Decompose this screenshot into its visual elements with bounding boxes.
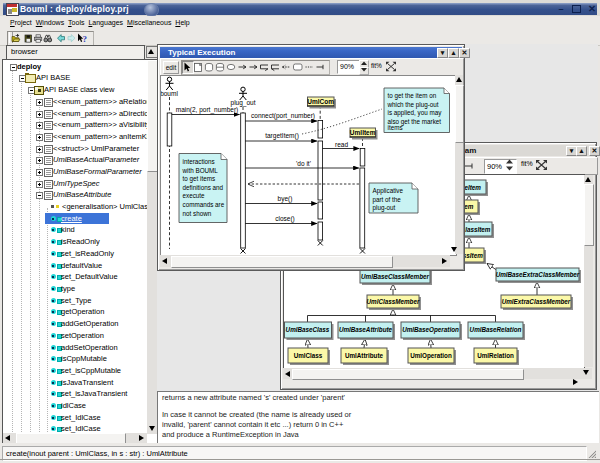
svg-text:UmlBaseAttribute: UmlBaseAttribute — [339, 326, 393, 333]
svg-text:to get items: to get items — [183, 175, 216, 183]
svg-text:main(2, port_number): main(2, port_number) — [176, 106, 239, 114]
svg-text:to get the item on: to get the item on — [388, 92, 437, 100]
svg-text:UmlBaseRelation: UmlBaseRelation — [470, 326, 522, 333]
svg-text:which the plug-out: which the plug-out — [387, 101, 439, 109]
svg-text:close(): close() — [275, 215, 295, 223]
svg-text:UmlExtraClassMember: UmlExtraClassMember — [502, 298, 571, 305]
svg-text:with BOUML: with BOUML — [182, 167, 219, 174]
svg-text:items: items — [388, 124, 403, 131]
svg-text:part of the: part of the — [373, 196, 402, 204]
svg-text:plug-out: plug-out — [373, 204, 396, 212]
svg-text:bye(): bye() — [278, 195, 293, 203]
svg-text:UmlClassMember: UmlClassMember — [367, 298, 420, 305]
svg-text:definitions and: definitions and — [183, 184, 224, 191]
svg-text:UmlCom: UmlCom — [307, 98, 334, 105]
svg-text:UmlClass: UmlClass — [294, 352, 323, 359]
svg-text:read: read — [335, 141, 348, 148]
svg-text:targetItem(): targetItem() — [265, 132, 299, 140]
svg-text:interactions: interactions — [183, 158, 215, 165]
svg-text:UmlRelation: UmlRelation — [477, 352, 514, 359]
svg-text:not shown: not shown — [183, 210, 212, 217]
svg-text:UmlAttribute: UmlAttribute — [345, 352, 384, 359]
svg-text:is applied, you may: is applied, you may — [388, 109, 443, 117]
svg-text:UmlBaseClass: UmlBaseClass — [286, 326, 330, 333]
svg-text:UmlBaseExtraClassMember: UmlBaseExtraClassMember — [496, 271, 580, 278]
svg-text:UmlBaseOperation: UmlBaseOperation — [402, 326, 459, 334]
svg-text:Applicative: Applicative — [373, 187, 404, 195]
svg-text:?: ? — [83, 34, 88, 44]
svg-text:connect(port_number): connect(port_number) — [251, 112, 315, 120]
svg-text:commands are: commands are — [183, 201, 225, 208]
svg-text:bouml: bouml — [161, 90, 178, 97]
svg-text:UmlOperation: UmlOperation — [410, 352, 452, 360]
svg-text:execute: execute — [183, 192, 206, 199]
svg-text:UmlItem: UmlItem — [350, 129, 376, 136]
svg-text:'do it': 'do it' — [296, 160, 311, 167]
svg-text:UmlBaseClassMember: UmlBaseClassMember — [361, 273, 429, 280]
